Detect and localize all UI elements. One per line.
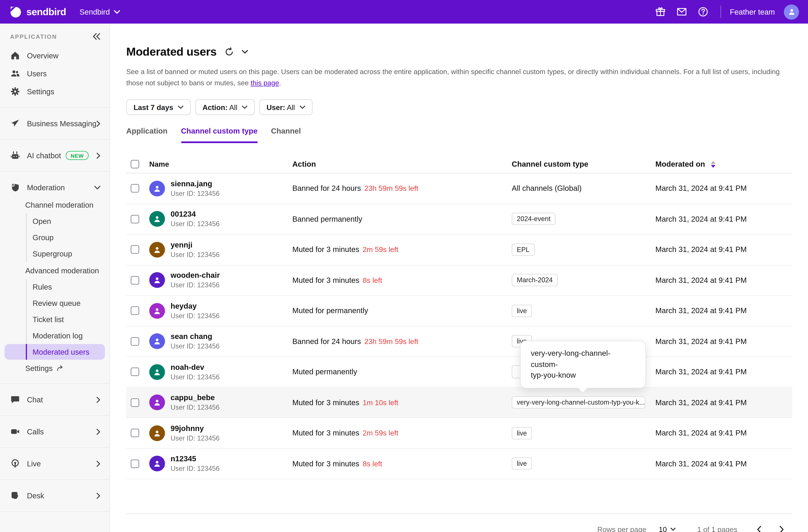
refresh-icon[interactable] — [224, 47, 234, 56]
application-selector[interactable]: Sendbird — [79, 8, 120, 16]
user-id: User ID: 123456 — [170, 465, 220, 473]
column-header-name: Name — [149, 160, 292, 168]
sendbird-logo-icon — [9, 5, 22, 19]
channel-custom-type-chip: live — [512, 427, 532, 439]
tab-bar: ApplicationChannel custom typeChannel — [126, 127, 792, 143]
action-text: Muted for 3 minutes — [292, 276, 359, 284]
robot-icon — [10, 150, 20, 161]
sidebar-item-overview[interactable]: Overview — [0, 47, 109, 65]
user-id: User ID: 123456 — [170, 373, 220, 381]
row-checkbox[interactable] — [131, 215, 139, 223]
sidebar-item-review-queue[interactable]: Review queue — [0, 295, 109, 311]
sidebar-item-moderation[interactable]: Moderation — [0, 179, 109, 197]
this-page-link[interactable]: this page — [251, 79, 279, 87]
user-filter-label: User: — [267, 103, 285, 111]
sidebar-item-chat[interactable]: Chat — [0, 390, 109, 408]
user-id: User ID: 123456 — [170, 404, 220, 411]
sidebar-item-rules[interactable]: Rules — [0, 279, 109, 295]
sidebar-item-settings[interactable]: Settings — [0, 82, 109, 100]
sidebar-item-advanced-moderation[interactable]: Advanced moderation — [0, 262, 109, 279]
time-left: 8s left — [363, 276, 382, 284]
user-name: cappu_bebe — [170, 393, 220, 402]
chevron-down-icon — [114, 10, 120, 14]
column-header-moderated-on[interactable]: Moderated on — [655, 160, 792, 168]
new-badge: NEW — [66, 151, 89, 160]
user-id: User ID: 123456 — [170, 312, 220, 320]
user-avatar[interactable] — [784, 4, 799, 19]
sidebar-item-desk[interactable]: Desk — [0, 487, 109, 505]
row-checkbox[interactable] — [131, 337, 139, 346]
user-id: User ID: 123456 — [170, 434, 220, 442]
user-avatar — [149, 272, 165, 288]
moderated-on-date: March 31, 2024 at 9:41 PM — [655, 398, 792, 407]
sidebar-item-label: Business Messaging — [27, 120, 96, 128]
tab-application[interactable]: Application — [126, 127, 168, 143]
row-checkbox[interactable] — [131, 368, 139, 376]
table-row: cappu_bebe User ID: 123456 Muted for 3 m… — [126, 388, 792, 418]
user-filter-value: All — [287, 103, 295, 111]
mail-icon[interactable] — [671, 3, 692, 20]
users-icon — [10, 69, 20, 78]
table-row: 99johnny User ID: 123456 Muted for 3 min… — [126, 418, 792, 449]
row-checkbox[interactable] — [131, 429, 139, 437]
moderated-on-date: March 31, 2024 at 9:41 PM — [655, 368, 792, 376]
row-checkbox[interactable] — [131, 459, 139, 468]
next-page-button[interactable] — [774, 522, 789, 532]
user-id: User ID: 123456 — [170, 343, 220, 350]
chevron-down-icon — [671, 528, 676, 531]
sort-icon[interactable] — [711, 161, 716, 168]
action-text: Muted for 3 minutes — [292, 459, 359, 468]
user-avatar — [149, 211, 165, 227]
row-checkbox[interactable] — [131, 184, 139, 193]
help-icon[interactable] — [692, 3, 714, 20]
sidebar-item-business-messaging[interactable]: Business Messaging — [0, 114, 109, 132]
tab-channel-custom-type[interactable]: Channel custom type — [181, 127, 258, 143]
collapse-sidebar-icon[interactable] — [93, 33, 100, 40]
action-filter[interactable]: Action: All — [195, 99, 255, 115]
sidebar-item-users[interactable]: Users — [0, 65, 109, 82]
channel-custom-type-chip: March-2024 — [512, 274, 558, 287]
time-left: 8s left — [363, 459, 382, 468]
page-size-select[interactable]: 10 — [659, 525, 676, 532]
sidebar-item-channel-moderation[interactable]: Channel moderation — [0, 197, 109, 213]
sidebar-item-group[interactable]: Group — [0, 230, 109, 246]
user-name: sean chang — [170, 332, 220, 341]
moderated-on-date: March 31, 2024 at 9:41 PM — [655, 307, 792, 315]
moderated-on-date: March 31, 2024 at 9:41 PM — [655, 276, 792, 284]
sidebar-item-moderation-log[interactable]: Moderation log — [0, 328, 109, 344]
row-checkbox[interactable] — [131, 245, 139, 254]
chevron-right-icon — [96, 461, 100, 467]
sidebar-item-open[interactable]: Open — [0, 213, 109, 230]
tooltip-text-line: very-very-long-channel-custom- — [531, 348, 635, 370]
sidebar-item-moderated-users[interactable]: Moderated users — [4, 344, 105, 360]
gift-icon[interactable] — [649, 3, 671, 20]
row-checkbox[interactable] — [131, 398, 139, 407]
date-range-filter[interactable]: Last 7 days — [126, 99, 190, 115]
channel-custom-type-chip: live — [512, 458, 532, 470]
select-all-checkbox[interactable] — [131, 160, 139, 168]
sidebar-item-ai-chatbot[interactable]: AI chatbot NEW — [0, 146, 109, 164]
tab-channel[interactable]: Channel — [271, 127, 301, 143]
row-checkbox[interactable] — [131, 307, 139, 315]
channel-custom-type-chip: 2024-event — [512, 213, 555, 225]
user-filter[interactable]: User: All — [259, 99, 312, 115]
action-text: Muted permanently — [292, 368, 357, 376]
sidebar-item-label: Channel moderation — [25, 201, 93, 209]
row-checkbox[interactable] — [131, 276, 139, 284]
sidebar-item-supergroup[interactable]: Supergroup — [0, 246, 109, 262]
sidebar-item-calls[interactable]: Calls — [0, 423, 109, 441]
sidebar-item-live[interactable]: Live — [0, 455, 109, 473]
paper-plane-icon — [10, 118, 20, 129]
chevron-down-icon[interactable] — [242, 50, 248, 54]
sidebar-item-moderation-settings[interactable]: Settings — [0, 360, 109, 377]
sidebar-item-ticket-list[interactable]: Ticket list — [0, 311, 109, 328]
sidebar-item-label: Ticket list — [33, 315, 64, 324]
chevron-down-icon — [242, 106, 247, 109]
action-text: Muted for 3 minutes — [292, 398, 359, 407]
app-window: sendbird Sendbird — [0, 0, 808, 532]
previous-page-button[interactable] — [752, 522, 767, 532]
sidebar-item-label: Live — [27, 459, 96, 468]
channel-custom-type-cell: All channels (Global) — [512, 184, 655, 193]
chevron-right-icon — [96, 121, 100, 127]
user-name: heyday — [170, 302, 220, 310]
